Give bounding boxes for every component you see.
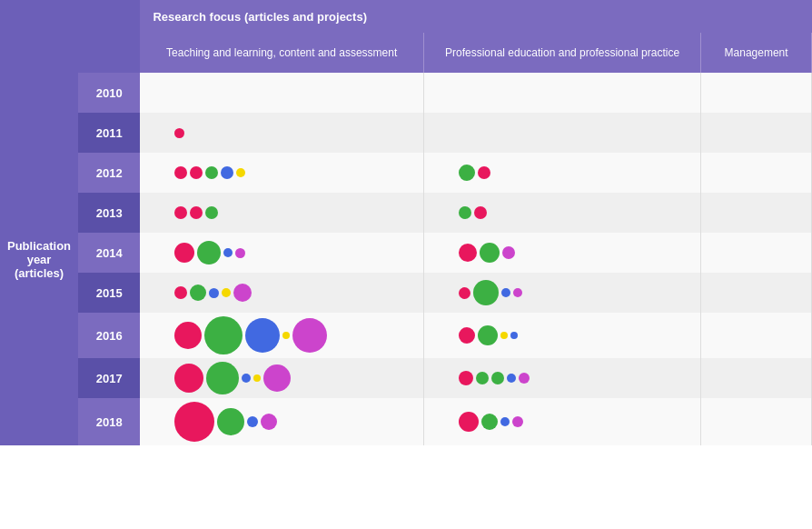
data-2018-col3 (701, 398, 812, 445)
bubble (174, 402, 214, 442)
bubble (245, 318, 280, 353)
bubble (459, 206, 471, 219)
bubble (174, 286, 187, 299)
table-row: 2016 (0, 313, 812, 358)
bubble (512, 416, 523, 427)
bubble (247, 416, 258, 427)
bubble (263, 364, 291, 392)
bubble (204, 316, 243, 354)
data-2012-col2 (423, 153, 700, 193)
bubble (174, 128, 184, 138)
bubble (174, 243, 194, 263)
bubble (217, 408, 244, 435)
bubble (480, 243, 500, 263)
bubble (242, 374, 251, 383)
bubble (282, 332, 290, 339)
data-2014-col2 (423, 233, 700, 273)
bubble (502, 246, 515, 259)
table-row: 2011 (0, 113, 812, 153)
year-2015: 2015 (78, 273, 140, 313)
bubble (174, 166, 187, 179)
data-2016-col3 (701, 313, 812, 358)
bubble (174, 322, 202, 349)
publication-year-label: Publication year (articles) (0, 73, 78, 445)
bubble (206, 362, 239, 394)
main-table-container: Research focus (articles and projects) T… (0, 0, 812, 529)
year-2011: 2011 (78, 113, 140, 153)
data-2015-col1 (140, 273, 423, 313)
col1-header: Teaching and learning, content and asses… (140, 33, 423, 73)
bubble (501, 288, 510, 297)
bubble (190, 284, 206, 301)
year-2017: 2017 (78, 358, 140, 398)
table-row: Publication year (articles) 2010 (0, 73, 812, 113)
bubble (253, 374, 261, 382)
bubble (513, 288, 522, 297)
data-2016-col1 (140, 313, 423, 358)
bubble (459, 371, 473, 385)
data-2010-col2 (423, 73, 700, 113)
bubble (476, 372, 489, 384)
data-2017-col1 (140, 358, 423, 398)
data-2014-col1 (140, 233, 423, 273)
data-2011-col3 (701, 113, 812, 153)
bubble (507, 374, 516, 383)
year-2010: 2010 (78, 73, 140, 113)
table-row: 2012 (0, 153, 812, 193)
bubble (473, 280, 499, 305)
bubble (221, 166, 233, 179)
bubble (459, 327, 475, 344)
data-2016-col2 (423, 313, 700, 358)
table-row: 2013 (0, 193, 812, 233)
bubble (190, 206, 203, 219)
data-2011-col2 (423, 113, 700, 153)
bubble (481, 414, 498, 430)
data-2018-col2 (423, 398, 700, 445)
bubble (174, 206, 187, 219)
bubble (223, 248, 233, 257)
bubble (292, 318, 327, 353)
bubble (491, 372, 504, 384)
data-2014-col3 (701, 233, 812, 273)
data-2013-col1 (140, 193, 423, 233)
bubble (500, 332, 508, 339)
bubble (236, 168, 245, 177)
bubble (459, 244, 477, 262)
data-2017-col2 (423, 358, 700, 398)
bubble (205, 206, 218, 219)
bubble (519, 373, 530, 384)
data-2017-col3 (701, 358, 812, 398)
bubble (205, 166, 218, 179)
data-2010-col1 (140, 73, 423, 113)
bubble (459, 287, 470, 299)
bubble (190, 166, 203, 179)
data-2011-col1 (140, 113, 423, 153)
year-2014: 2014 (78, 233, 140, 273)
col2-header: Professional education and professional … (423, 33, 700, 73)
year-2013: 2013 (78, 193, 140, 233)
bubble (500, 417, 510, 426)
year-2018: 2018 (78, 398, 140, 445)
bubble (233, 284, 252, 302)
data-2018-col1 (140, 398, 423, 445)
data-2015-col3 (701, 273, 812, 313)
data-2015-col2 (423, 273, 700, 313)
table-row: 2018 (0, 398, 812, 445)
data-2013-col3 (701, 193, 812, 233)
bubble (261, 414, 277, 430)
data-2012-col1 (140, 153, 423, 193)
data-2010-col3 (701, 73, 812, 113)
research-focus-header: Research focus (articles and projects) (140, 0, 811, 33)
table-row: 2014 (0, 233, 812, 273)
bubble (235, 248, 245, 258)
table-row: 2015 (0, 273, 812, 313)
col3-header: Management (701, 33, 812, 73)
bubble (174, 364, 203, 393)
data-2013-col2 (423, 193, 700, 233)
bubble (510, 332, 518, 339)
bubble (478, 166, 490, 179)
data-2012-col3 (701, 153, 812, 193)
table-row: 2017 (0, 358, 812, 398)
bubble (459, 412, 479, 432)
year-2012: 2012 (78, 153, 140, 193)
